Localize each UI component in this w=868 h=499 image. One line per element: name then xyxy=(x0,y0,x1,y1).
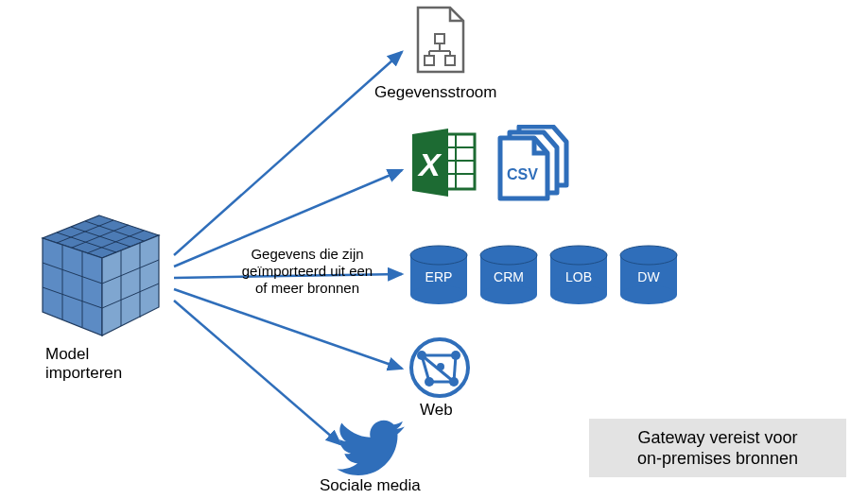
edge-label: Gegevens die zijn geïmporteerd uit een o… xyxy=(222,246,392,297)
gateway-note: Gateway vereist voor on-premises bronnen xyxy=(589,419,846,477)
svg-point-65 xyxy=(437,363,444,370)
edge-label-line2: geïmporteerd uit een xyxy=(222,263,392,280)
svg-point-37 xyxy=(410,285,467,304)
source-cube-group xyxy=(38,213,165,349)
svg-text:CRM: CRM xyxy=(494,269,524,284)
svg-point-64 xyxy=(449,377,459,387)
edge-label-line3: of meer bronnen xyxy=(222,280,392,297)
csv-text: CSV xyxy=(507,166,538,182)
db-dw: DW xyxy=(620,246,677,304)
excel-icon: X xyxy=(407,127,482,204)
svg-point-47 xyxy=(550,285,607,304)
svg-point-62 xyxy=(451,351,460,360)
svg-rect-22 xyxy=(435,34,444,43)
csv-icon: CSV xyxy=(496,125,582,206)
web-label: Web xyxy=(420,401,453,420)
gateway-note-line2: on-premises bronnen xyxy=(637,448,798,470)
db-crm: CRM xyxy=(480,246,537,304)
db-lob: LOB xyxy=(550,246,607,304)
gateway-note-line1: Gateway vereist voor xyxy=(637,427,798,449)
svg-text:ERP: ERP xyxy=(425,269,453,284)
svg-point-61 xyxy=(417,351,426,360)
dataflow-file-icon xyxy=(408,4,475,79)
svg-point-52 xyxy=(620,285,677,304)
social-label: Sociale media xyxy=(320,476,421,495)
svg-rect-28 xyxy=(445,56,455,65)
svg-rect-27 xyxy=(425,56,434,65)
svg-point-42 xyxy=(480,285,537,304)
db-erp: ERP xyxy=(410,246,467,304)
svg-point-63 xyxy=(425,377,434,387)
cube-icon xyxy=(38,213,165,345)
source-title-line1: Model xyxy=(45,345,178,364)
source-title: Model importeren xyxy=(45,345,178,383)
svg-line-3 xyxy=(174,289,402,369)
twitter-icon xyxy=(337,420,405,480)
web-icon xyxy=(407,335,473,404)
databases-row: ERP CRM LOB DW xyxy=(408,244,692,314)
svg-text:DW: DW xyxy=(637,269,660,284)
svg-line-0 xyxy=(174,52,402,255)
dataflow-group xyxy=(408,4,475,83)
excel-letter: X xyxy=(417,146,443,182)
svg-text:LOB: LOB xyxy=(565,269,592,284)
edge-label-line1: Gegevens die zijn xyxy=(222,246,392,263)
dataflow-label: Gegevensstroom xyxy=(374,83,496,102)
source-title-line2: importeren xyxy=(45,364,178,383)
svg-line-4 xyxy=(174,301,340,444)
